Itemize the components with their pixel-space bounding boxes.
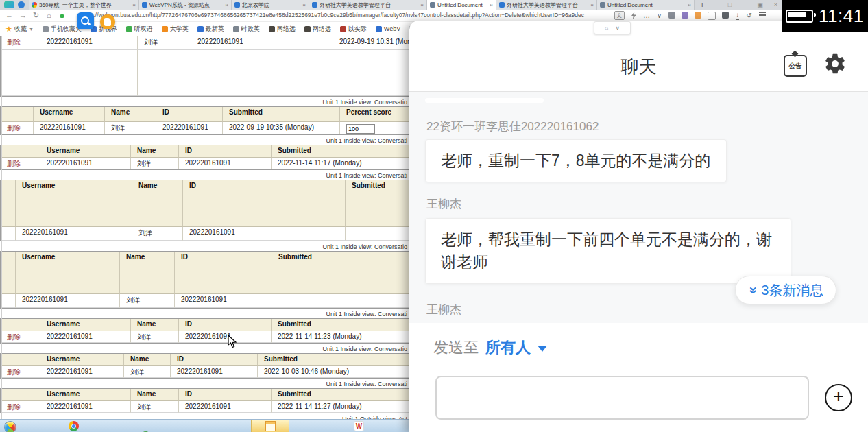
menu-icon[interactable] (759, 12, 766, 19)
delete-link[interactable]: 删除 (1, 331, 40, 343)
unit-label: Unit 1 Inside view: Conversati (0, 310, 407, 318)
composer: 发送至 所有人 + (409, 323, 868, 432)
popup-home-icon[interactable]: ⌂ (605, 25, 608, 32)
tab-close-icon[interactable]: × (225, 2, 228, 8)
active-notepad-icon[interactable] (251, 420, 289, 432)
table-cell (346, 227, 409, 241)
bookmark-label: WebV (384, 25, 400, 32)
browser-tab[interactable]: 外研社大学英语教学管理平台× (496, 0, 597, 10)
bookmark-item[interactable]: WebV (376, 25, 400, 32)
browser-brand-area (0, 0, 29, 10)
bookmark-item[interactable]: 听双语 (126, 25, 153, 34)
settings-gear-icon[interactable] (823, 52, 847, 75)
browser-extension-icon[interactable] (682, 12, 688, 19)
table-cell: 刘洋 (132, 227, 183, 241)
delete-link[interactable]: 删除 (1, 122, 34, 134)
bookmark-item[interactable]: 网络远 (269, 25, 296, 34)
lightning-icon[interactable] (631, 12, 636, 19)
browser-logo-icon[interactable] (4, 1, 14, 8)
column-header: Name (120, 252, 175, 294)
data-table: UsernameNameIDSubmitted202220161091刘洋202… (0, 180, 409, 241)
refresh-icon[interactable]: ↻ (33, 10, 39, 21)
browser-tab[interactable]: 外研社大学英语教学管理平台× (309, 0, 427, 10)
browser-tab[interactable]: 北京农学院× (232, 0, 309, 10)
search-float-icon[interactable] (77, 12, 94, 29)
profile-icon[interactable] (18, 1, 25, 8)
column-header: Username (40, 319, 131, 331)
more-icon[interactable]: … (643, 12, 650, 19)
browser-tab[interactable]: WebVPN系统 - 资源站点× (139, 0, 232, 10)
bookmark-item[interactable]: 时政英 (233, 25, 260, 34)
table-cell: 2022-11-14 11:17 (Monday) (272, 158, 409, 169)
address-bar[interactable]: https://webvpn.bua.edu.cn/http/777264767… (81, 10, 609, 21)
chrome-icon[interactable] (69, 421, 79, 431)
window-control-icon[interactable]: × (774, 1, 777, 8)
tab-close-icon[interactable]: × (132, 2, 136, 8)
browser-extension-icon[interactable] (722, 12, 729, 19)
tab-close-icon[interactable]: × (688, 2, 691, 8)
browser-extension-icon[interactable] (708, 12, 716, 20)
send-to-dropdown-icon[interactable] (538, 346, 547, 352)
delete-link[interactable]: 删除 (1, 158, 40, 169)
browser-tab[interactable]: Untitled Document× (597, 0, 695, 10)
column-header: Name (131, 389, 179, 401)
delete-link[interactable]: 删除 (1, 36, 40, 50)
window-control-icon[interactable]: – (743, 1, 746, 8)
windows-start-button[interactable] (4, 421, 16, 432)
bookmarks-root-label: 收藏 (14, 25, 27, 34)
announcement-button[interactable]: 公告 (784, 55, 807, 77)
delete-link[interactable]: 删除 (1, 401, 40, 413)
send-to-selector[interactable]: 所有人 (485, 337, 531, 358)
wps-icon[interactable]: W (354, 421, 364, 431)
tab-close-icon[interactable]: × (490, 2, 493, 8)
back-icon[interactable]: ← (5, 10, 13, 21)
nav-popup: ⌂ ∨ (594, 21, 631, 34)
window-control-icon[interactable]: ▣ (757, 1, 763, 8)
bookmark-item[interactable]: 最新英 (197, 25, 224, 34)
message-bubble: 老师，重制一下7，8单元的不是满分的 (425, 139, 727, 182)
tab-close-icon[interactable]: × (590, 2, 594, 8)
column-header: Username (40, 145, 131, 158)
column-header: ID (171, 354, 258, 366)
new-messages-button[interactable]: « 3条新消息 (735, 276, 836, 304)
window-control-icon[interactable]: □ (728, 1, 732, 8)
undo-icon[interactable]: ↺ (746, 12, 751, 19)
bookmark-label: 以实际 (348, 25, 367, 34)
translate-icon[interactable]: 文 (614, 11, 625, 20)
column-header: Name (131, 319, 179, 331)
tab-title: WebVPN系统 - 资源站点 (149, 1, 223, 9)
percent-score-input[interactable] (346, 124, 375, 134)
download-icon[interactable]: ↓ (736, 12, 739, 20)
tab-close-icon[interactable]: × (302, 2, 306, 8)
home-icon[interactable]: ⌂ (47, 10, 51, 21)
table-cell: 2022-09-19 10:31 (Monday) (333, 36, 409, 50)
bookmarks-root[interactable]: ★ 收藏 ▼ (5, 25, 34, 34)
browser-extension-icon[interactable] (668, 12, 675, 19)
bookmark-item[interactable]: 大学英 (162, 25, 189, 34)
browser-tab[interactable]: Untitled Document× (427, 0, 496, 10)
delete-link[interactable]: 删除 (1, 366, 40, 378)
bookmark-item[interactable]: 以实际 (340, 25, 367, 34)
bookmark-label: 最新英 (206, 25, 224, 34)
double-chevron-down-icon: « (744, 286, 760, 293)
table-cell: 刘洋 (120, 294, 175, 308)
forward-icon[interactable]: → (19, 10, 27, 21)
message-input[interactable] (435, 376, 809, 420)
unit-label: Unit 1 Inside view: Conversati (0, 380, 407, 388)
attach-plus-button[interactable]: + (825, 384, 852, 411)
bookmark-item[interactable]: 手机收藏夹 (43, 25, 82, 34)
browser-extension-icon[interactable] (695, 12, 701, 19)
browser-tab-bar: 360导航_一个主页，整个世界×WebVPN系统 - 资源站点×北京农学院×外研… (0, 0, 868, 10)
tab-close-icon[interactable]: × (420, 2, 424, 8)
message-bubble: 老师，帮我重制一下前四个单元不是满分的，谢谢老师 (425, 218, 791, 284)
assistant-float-icon[interactable] (100, 14, 115, 29)
bookmark-item[interactable]: 网络远 (304, 25, 331, 34)
popup-chevron-icon[interactable]: ∨ (615, 25, 620, 32)
chevron-down-icon[interactable]: ∨ (657, 12, 662, 19)
tab-favicon-icon (430, 2, 435, 8)
new-tab-button[interactable]: + (695, 0, 710, 10)
empty-cell (1, 294, 16, 308)
browser-tab[interactable]: 360导航_一个主页，整个世界× (29, 0, 139, 10)
message-list[interactable]: 22资环一班李思佳202220161062老师，重制一下7，8单元的不是满分的王… (409, 91, 868, 324)
message-sender: 王柳杰 (426, 196, 461, 212)
